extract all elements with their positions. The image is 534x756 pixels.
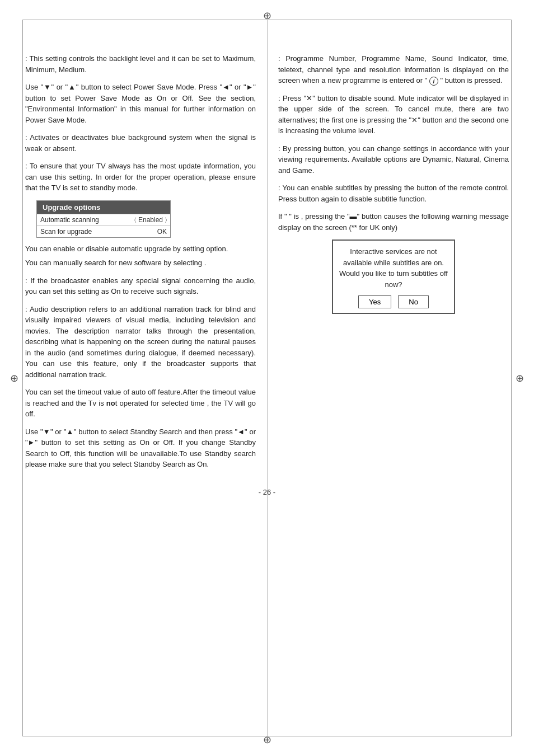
arrow-right-icon: 〉: [165, 217, 167, 223]
section-auto-upgrade: You can enable or disable automatic upgr…: [25, 243, 256, 269]
broadcaster-text: : If the broadcaster enables any special…: [25, 275, 256, 297]
upgrade-options-box: Upgrade options Automatic scanning 〈 Ena…: [36, 200, 171, 238]
page: ⊕ ⊕ ⊕ ⊕ : This setting controls the back…: [0, 0, 534, 756]
section-auto-off: You can set the timeout value of auto of…: [25, 387, 256, 420]
standby-search-text: Use "▼" or "▲" button to select Standby …: [25, 426, 256, 470]
section-blue-background: : Activates or deactivates blue backgrou…: [25, 132, 256, 154]
scan-upgrade-label: Scan for upgrade: [40, 228, 157, 236]
standby-text: : To ensure that your TV always has the …: [25, 161, 256, 194]
blue-bg-text: : Activates or deactivates blue backgrou…: [25, 132, 256, 154]
info-icon: i: [429, 77, 438, 86]
auto-off-text: You can set the timeout value of auto of…: [25, 387, 256, 420]
programme-info-text: : Programme Number, Programme Name, Soun…: [278, 53, 509, 86]
section-subtitles: : You can enable subtitles by pressing t…: [278, 182, 509, 204]
audio-desc-text: : Audio description refers to an additio…: [25, 304, 256, 381]
auto-upgrade-text2: You can manually search for new software…: [25, 257, 256, 269]
power-save-text: Use "▼" or "▲" button to select Power Sa…: [25, 82, 256, 125]
scan-upgrade-value: OK: [157, 228, 167, 236]
section-picture-mode: : By pressing button, you can change set…: [278, 143, 509, 176]
dialog-yes-button[interactable]: Yes: [358, 295, 391, 308]
dialog-text: Interactive services are not available w…: [338, 246, 449, 290]
section-audio-desc: : Audio description refers to an additio…: [25, 304, 256, 381]
auto-upgrade-text1: You can enable or disable automatic upgr…: [25, 243, 256, 255]
right-column: : Programme Number, Programme Name, Soun…: [267, 53, 512, 477]
vertical-divider: [267, 20, 268, 736]
auto-scan-value-text: Enabled: [138, 216, 163, 224]
border-left: [22, 20, 23, 736]
dialog-no-button[interactable]: No: [398, 295, 429, 308]
section-backlight: : This setting controls the backlight le…: [25, 53, 256, 75]
reg-mark-right: ⊕: [516, 372, 524, 384]
dialog-buttons: Yes No: [338, 295, 449, 308]
left-column: : This setting controls the backlight le…: [22, 53, 267, 477]
border-right: [511, 20, 512, 736]
table-row: Automatic scanning 〈 Enabled 〉: [37, 214, 170, 226]
section-warning: If " " is , pressing the "▬" button caus…: [278, 211, 509, 233]
scan-upgrade-value-text: OK: [157, 228, 167, 236]
table-row: Scan for upgrade OK: [37, 226, 170, 237]
auto-scan-value: 〈 Enabled 〉: [134, 216, 167, 224]
upgrade-box-title: Upgrade options: [37, 201, 170, 214]
picture-mode-text: : By pressing button, you can change set…: [278, 143, 509, 176]
subtitles-text: : You can enable subtitles by pressing t…: [278, 182, 509, 204]
section-broadcaster: : If the broadcaster enables any special…: [25, 275, 256, 297]
section-standby-search: Use "▼" or "▲" button to select Standby …: [25, 426, 256, 470]
section-standby: : To ensure that your TV always has the …: [25, 161, 256, 194]
subtitle-dialog: Interactive services are not available w…: [332, 240, 455, 314]
section-power-save: Use "▼" or "▲" button to select Power Sa…: [25, 82, 256, 125]
warning-text: If " " is , pressing the "▬" button caus…: [278, 211, 509, 233]
auto-scan-label: Automatic scanning: [40, 216, 134, 224]
backlight-text: : This setting controls the backlight le…: [25, 53, 256, 75]
section-programme-info: : Programme Number, Programme Name, Soun…: [278, 53, 509, 86]
section-mute: : Press "✕" button to disable sound. Mut…: [278, 93, 509, 137]
reg-mark-left: ⊕: [10, 372, 18, 384]
arrow-left-icon: 〈: [134, 217, 136, 223]
mute-text: : Press "✕" button to disable sound. Mut…: [278, 93, 509, 137]
